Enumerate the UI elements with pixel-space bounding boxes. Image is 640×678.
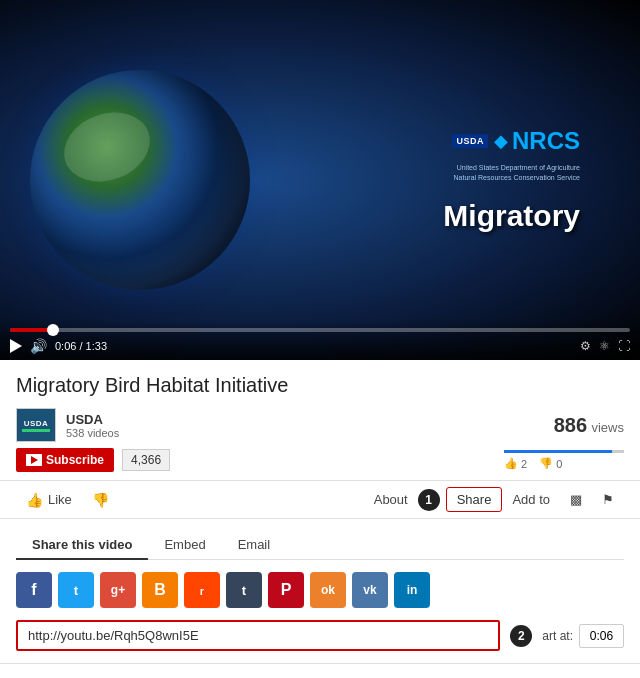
share-badge-1: 1 (418, 489, 440, 511)
tab-share-video[interactable]: Share this video (16, 531, 148, 560)
about-label: About (374, 492, 408, 507)
tumblr-share-button[interactable]: t (226, 572, 262, 608)
nrcs-logo: USDA ◆ NRCS (443, 127, 580, 155)
gear-icon[interactable]: ⚛ (599, 339, 610, 353)
start-at-container: art at: (542, 624, 624, 648)
channel-name[interactable]: USDA (66, 412, 119, 427)
video-controls: 🔊 0:06 / 1:33 ⚙ ⚛ ⛶ (0, 320, 640, 360)
share-panel: Share this video Embed Email f t g+ B r … (0, 519, 640, 664)
flag-icon: ⚑ (602, 492, 614, 507)
subscribe-button[interactable]: Subscribe (16, 448, 114, 472)
video-info: Migratory Bird Habitat Initiative USDA U… (0, 360, 640, 472)
tab-email[interactable]: Email (222, 531, 287, 560)
add-to-button[interactable]: Add to (502, 488, 560, 511)
start-at-input[interactable] (579, 624, 624, 648)
like-bar-track (504, 450, 624, 453)
linkedin-share-button[interactable]: in (394, 572, 430, 608)
like-counts: 👍 2 👎 0 (504, 457, 624, 470)
share-button[interactable]: Share (446, 487, 503, 512)
channel-videos: 538 videos (66, 427, 119, 439)
subscribe-row: Subscribe 4,366 👍 2 👎 0 (16, 448, 624, 472)
dislike-count: 👎 0 (539, 457, 562, 470)
blogger-share-button[interactable]: B (142, 572, 178, 608)
channel-info: USDA 538 videos (66, 412, 119, 439)
video-background: USDA ◆ NRCS United States Department of … (0, 0, 640, 360)
usda-badge: USDA (452, 134, 488, 148)
progress-dot (47, 324, 59, 336)
share-with-badge: 1 Share (418, 487, 503, 512)
dislike-button[interactable]: 👎 (82, 488, 119, 512)
nrcs-title: NRCS (512, 127, 580, 155)
youtube-play-icon (31, 456, 38, 464)
settings-icon[interactable]: ⚙ (580, 339, 591, 353)
actions-row: 👍 Like 👎 About 1 Share Add to ▩ ⚑ (0, 480, 640, 519)
volume-icon[interactable]: 🔊 (30, 338, 47, 354)
add-to-label: Add to (512, 492, 550, 507)
url-input-container (16, 620, 500, 651)
play-button[interactable] (10, 339, 22, 353)
views-container: 886 views (554, 414, 624, 437)
share-badge-2: 2 (510, 625, 532, 647)
fullscreen-icon[interactable]: ⛶ (618, 339, 630, 353)
pinterest-share-button[interactable]: P (268, 572, 304, 608)
channel-row: USDA USDA 538 videos 886 views (16, 408, 624, 442)
controls-right: ⚙ ⚛ ⛶ (580, 339, 630, 353)
subscriber-count: 4,366 (122, 449, 170, 471)
reddit-icon: r (192, 580, 212, 600)
vk-share-button[interactable]: vk (352, 572, 388, 608)
channel-logo[interactable]: USDA (16, 408, 56, 442)
svg-text:r: r (200, 585, 205, 597)
social-icons: f t g+ B r t P ok vk in (16, 572, 624, 608)
video-title: Migratory Bird Habitat Initiative (16, 372, 624, 398)
like-button[interactable]: 👍 Like (16, 488, 82, 512)
stats-button[interactable]: ▩ (560, 488, 592, 511)
odnoklassniki-share-button[interactable]: ok (310, 572, 346, 608)
progress-bar-track[interactable] (10, 328, 630, 332)
progress-bar-fill (10, 328, 53, 332)
nrcs-subtitle: United States Department of Agriculture … (443, 163, 580, 183)
channel-left: USDA USDA 538 videos (16, 408, 119, 442)
googleplus-share-button[interactable]: g+ (100, 572, 136, 608)
about-button[interactable]: About (364, 488, 418, 511)
twitter-share-button[interactable]: t (58, 572, 94, 608)
video-thumbnail: USDA ◆ NRCS United States Department of … (0, 0, 640, 360)
video-player: USDA ◆ NRCS United States Department of … (0, 0, 640, 360)
thumb-down-icon: 👎 (539, 457, 553, 470)
dislike-thumb-icon: 👎 (92, 492, 109, 508)
controls-row: 🔊 0:06 / 1:33 ⚙ ⚛ ⛶ (10, 338, 630, 354)
migratory-overlay-title: Migratory (443, 199, 580, 233)
channel-logo-bar (22, 429, 50, 432)
views-label: views (591, 420, 624, 435)
share-label: Share (457, 492, 492, 507)
facebook-share-button[interactable]: f (16, 572, 52, 608)
share-tabs: Share this video Embed Email (16, 531, 624, 560)
like-bar-fill (504, 450, 612, 453)
controls-left: 🔊 0:06 / 1:33 (10, 338, 107, 354)
video-overlay: USDA ◆ NRCS United States Department of … (443, 127, 580, 233)
url-row: 2 art at: (16, 620, 624, 651)
start-at-label: art at: (542, 629, 573, 643)
share-url-input[interactable] (16, 620, 500, 651)
like-bar-area: 👍 2 👎 0 (504, 450, 624, 470)
channel-logo-text: USDA (24, 419, 49, 428)
like-count: 👍 2 (504, 457, 527, 470)
views-number: 886 (554, 414, 587, 436)
stats-icon: ▩ (570, 492, 582, 507)
tab-embed[interactable]: Embed (148, 531, 221, 560)
youtube-icon (26, 454, 42, 466)
thumb-up-icon: 👍 (504, 457, 518, 470)
earth-globe (30, 70, 250, 290)
reddit-share-button[interactable]: r (184, 572, 220, 608)
like-label: Like (48, 492, 72, 507)
flag-button[interactable]: ⚑ (592, 488, 624, 511)
like-thumb-icon: 👍 (26, 492, 43, 508)
subscribe-label: Subscribe (46, 453, 104, 467)
time-display: 0:06 / 1:33 (55, 340, 107, 352)
